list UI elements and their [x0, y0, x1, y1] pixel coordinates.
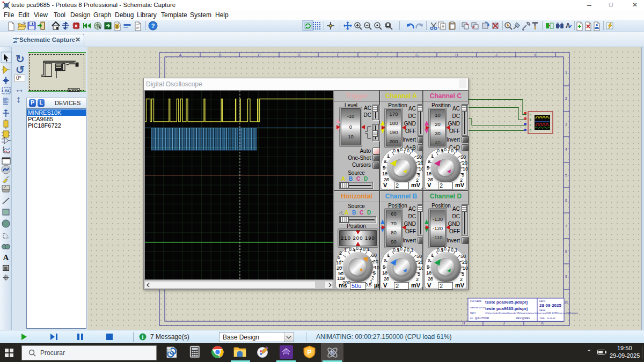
svg-text:?: ? — [151, 23, 155, 29]
svg-text:K: K — [541, 321, 544, 325]
svg-text:J: J — [503, 321, 505, 325]
svg-text:PAGE:: PAGE: — [539, 309, 546, 312]
svg-text:K: K — [535, 53, 537, 57]
svg-text:teste pca9685.pdsprj: teste pca9685.pdsprj — [485, 300, 528, 305]
svg-text:teste pca9685.pdsprj: teste pca9685.pdsprj — [485, 306, 528, 311]
svg-text:$: $ — [116, 24, 119, 29]
svg-text:10: 10 — [564, 300, 568, 304]
svg-text:8: 8 — [565, 249, 567, 253]
svg-text:@AUTHOR: @AUTHOR — [475, 316, 489, 320]
svg-text:A: A — [566, 22, 570, 29]
svg-text:REV:@REV: REV:@REV — [516, 316, 531, 320]
svg-text:H: H — [462, 321, 465, 325]
svg-text:A: A — [3, 253, 9, 262]
svg-text:F: F — [377, 53, 379, 57]
svg-text:E: E — [337, 53, 340, 57]
svg-text:6: 6 — [565, 198, 567, 202]
svg-text:B: B — [219, 53, 222, 57]
svg-text:A: A — [179, 53, 182, 57]
svg-text:4: 4 — [565, 147, 567, 151]
svg-text:i: i — [142, 334, 144, 340]
svg-text:7: 7 — [565, 224, 567, 228]
svg-text:C:\Users\eder\Desktop\flowcode: C:\Users\eder\Desktop\flowcode V10\proje… — [485, 312, 578, 314]
svg-text:3: 3 — [565, 122, 567, 126]
svg-text:J: J — [495, 53, 497, 57]
svg-text:TIME: 16:16:33: TIME: 16:16:33 — [539, 317, 555, 320]
svg-text:H: H — [455, 53, 458, 57]
svg-text:A: A — [530, 114, 531, 116]
svg-text:P: P — [307, 349, 311, 356]
svg-text:5: 5 — [565, 173, 567, 177]
svg-text:B: B — [530, 119, 531, 121]
svg-text:2: 2 — [565, 97, 567, 100]
svg-text:BY:: BY: — [470, 317, 473, 320]
svg-text:C: C — [258, 53, 260, 57]
svg-text:DESIGN TITLE:: DESIGN TITLE: — [470, 306, 485, 309]
svg-text:DATE:: DATE: — [539, 300, 545, 302]
svg-text:9: 9 — [565, 275, 567, 278]
svg-text:LBL: LBL — [2, 88, 11, 93]
svg-text:G: G — [415, 53, 418, 57]
svg-text:FILE NAME:: FILE NAME: — [470, 300, 482, 302]
svg-text:28-09-2025: 28-09-2025 — [539, 303, 561, 308]
svg-text:PATH:: PATH: — [470, 312, 476, 314]
svg-text:1: 1 — [565, 71, 567, 75]
svg-text:D: D — [297, 53, 300, 57]
